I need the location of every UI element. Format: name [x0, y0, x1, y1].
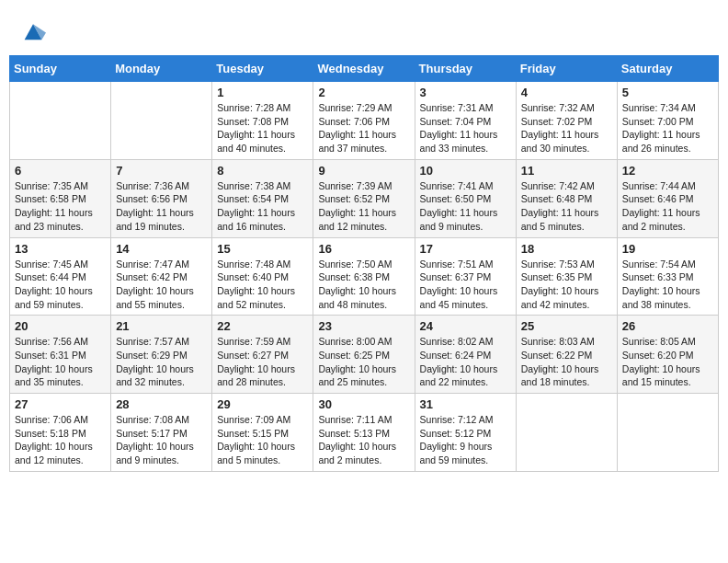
weekday-header: Wednesday: [313, 56, 415, 82]
calendar-day-cell: 8Sunrise: 7:38 AMSunset: 6:54 PMDaylight…: [212, 159, 313, 237]
day-info: Sunrise: 7:47 AMSunset: 6:42 PMDaylight:…: [116, 258, 207, 312]
day-number: 4: [521, 86, 612, 99]
day-number: 2: [318, 86, 409, 99]
calendar-week-row: 1Sunrise: 7:28 AMSunset: 7:08 PMDaylight…: [10, 82, 719, 160]
calendar-day-cell: 13Sunrise: 7:45 AMSunset: 6:44 PMDayligh…: [10, 237, 111, 316]
day-info: Sunrise: 7:35 AMSunset: 6:58 PMDaylight:…: [15, 179, 106, 234]
calendar-day-cell: 18Sunrise: 7:53 AMSunset: 6:35 PMDayligh…: [516, 237, 617, 316]
calendar-day-cell: 30Sunrise: 7:11 AMSunset: 5:13 PMDayligh…: [313, 394, 415, 472]
day-number: 28: [116, 397, 207, 411]
day-number: 13: [15, 242, 106, 256]
day-number: 14: [116, 242, 207, 256]
weekday-header: Saturday: [617, 56, 718, 82]
day-info: Sunrise: 7:06 AMSunset: 5:18 PMDaylight:…: [15, 413, 106, 467]
day-number: 23: [318, 319, 409, 333]
day-number: 27: [15, 397, 106, 411]
calendar-day-cell: 22Sunrise: 7:59 AMSunset: 6:27 PMDayligh…: [212, 316, 313, 394]
calendar-day-cell: 16Sunrise: 7:50 AMSunset: 6:38 PMDayligh…: [313, 237, 415, 316]
calendar-day-cell: 31Sunrise: 7:12 AMSunset: 5:12 PMDayligh…: [415, 394, 516, 472]
calendar-table: SundayMondayTuesdayWednesdayThursdayFrid…: [9, 55, 719, 472]
day-number: 11: [521, 164, 612, 178]
calendar-day-cell: 11Sunrise: 7:42 AMSunset: 6:48 PMDayligh…: [516, 159, 617, 237]
day-number: 10: [420, 164, 511, 178]
calendar-day-cell: 24Sunrise: 8:02 AMSunset: 6:24 PMDayligh…: [415, 316, 516, 394]
day-number: 26: [622, 319, 713, 333]
day-number: 18: [521, 242, 612, 256]
day-number: 6: [15, 164, 106, 178]
day-number: 12: [622, 164, 713, 178]
calendar-day-cell: 23Sunrise: 8:00 AMSunset: 6:25 PMDayligh…: [313, 316, 415, 394]
calendar-day-cell: 5Sunrise: 7:34 AMSunset: 7:00 PMDaylight…: [617, 82, 718, 160]
day-info: Sunrise: 7:34 AMSunset: 7:00 PMDaylight:…: [622, 101, 713, 155]
empty-cell: [111, 82, 212, 160]
calendar-week-row: 6Sunrise: 7:35 AMSunset: 6:58 PMDaylight…: [10, 159, 719, 237]
day-info: Sunrise: 7:42 AMSunset: 6:48 PMDaylight:…: [521, 179, 612, 234]
day-info: Sunrise: 7:08 AMSunset: 5:17 PMDaylight:…: [116, 413, 207, 467]
day-number: 7: [116, 164, 207, 178]
day-number: 16: [318, 242, 409, 256]
day-number: 20: [15, 319, 106, 333]
weekday-header-row: SundayMondayTuesdayWednesdayThursdayFrid…: [10, 56, 719, 82]
day-number: 8: [217, 164, 308, 178]
day-number: 25: [521, 319, 612, 333]
calendar-day-cell: 17Sunrise: 7:51 AMSunset: 6:37 PMDayligh…: [415, 237, 516, 316]
logo-icon: [20, 18, 46, 44]
day-info: Sunrise: 7:48 AMSunset: 6:40 PMDaylight:…: [217, 258, 308, 312]
calendar-day-cell: 19Sunrise: 7:54 AMSunset: 6:33 PMDayligh…: [617, 237, 718, 316]
day-info: Sunrise: 8:00 AMSunset: 6:25 PMDaylight:…: [318, 335, 409, 389]
weekday-header: Sunday: [10, 56, 111, 82]
day-info: Sunrise: 8:03 AMSunset: 6:22 PMDaylight:…: [521, 335, 612, 389]
calendar-day-cell: 7Sunrise: 7:36 AMSunset: 6:56 PMDaylight…: [111, 159, 212, 237]
day-number: 17: [420, 242, 511, 256]
weekday-header: Monday: [111, 56, 212, 82]
day-number: 21: [116, 319, 207, 333]
day-info: Sunrise: 7:57 AMSunset: 6:29 PMDaylight:…: [116, 335, 207, 389]
day-number: 30: [318, 397, 409, 411]
day-info: Sunrise: 7:39 AMSunset: 6:52 PMDaylight:…: [318, 179, 409, 234]
calendar-day-cell: 27Sunrise: 7:06 AMSunset: 5:18 PMDayligh…: [10, 394, 111, 472]
day-info: Sunrise: 7:11 AMSunset: 5:13 PMDaylight:…: [318, 413, 409, 467]
day-info: Sunrise: 8:02 AMSunset: 6:24 PMDaylight:…: [420, 335, 511, 389]
day-number: 1: [217, 86, 308, 99]
empty-cell: [617, 394, 718, 472]
day-number: 5: [622, 86, 713, 99]
weekday-header: Tuesday: [212, 56, 313, 82]
logo: [18, 18, 46, 48]
day-number: 24: [420, 319, 511, 333]
calendar-day-cell: 28Sunrise: 7:08 AMSunset: 5:17 PMDayligh…: [111, 394, 212, 472]
day-info: Sunrise: 7:59 AMSunset: 6:27 PMDaylight:…: [217, 335, 308, 389]
calendar-day-cell: 20Sunrise: 7:56 AMSunset: 6:31 PMDayligh…: [10, 316, 111, 394]
day-number: 15: [217, 242, 308, 256]
day-info: Sunrise: 7:32 AMSunset: 7:02 PMDaylight:…: [521, 101, 612, 155]
calendar-day-cell: 9Sunrise: 7:39 AMSunset: 6:52 PMDaylight…: [313, 159, 415, 237]
calendar-day-cell: 15Sunrise: 7:48 AMSunset: 6:40 PMDayligh…: [212, 237, 313, 316]
day-info: Sunrise: 7:53 AMSunset: 6:35 PMDaylight:…: [521, 258, 612, 312]
calendar-day-cell: 12Sunrise: 7:44 AMSunset: 6:46 PMDayligh…: [617, 159, 718, 237]
calendar-day-cell: 3Sunrise: 7:31 AMSunset: 7:04 PMDaylight…: [415, 82, 516, 160]
day-info: Sunrise: 7:28 AMSunset: 7:08 PMDaylight:…: [217, 101, 308, 155]
empty-cell: [516, 394, 617, 472]
calendar-day-cell: 26Sunrise: 8:05 AMSunset: 6:20 PMDayligh…: [617, 316, 718, 394]
weekday-header: Friday: [516, 56, 617, 82]
day-info: Sunrise: 7:45 AMSunset: 6:44 PMDaylight:…: [15, 258, 106, 312]
calendar-day-cell: 21Sunrise: 7:57 AMSunset: 6:29 PMDayligh…: [111, 316, 212, 394]
day-info: Sunrise: 7:50 AMSunset: 6:38 PMDaylight:…: [318, 258, 409, 312]
calendar-week-row: 20Sunrise: 7:56 AMSunset: 6:31 PMDayligh…: [10, 316, 719, 394]
day-number: 3: [420, 86, 511, 99]
day-number: 29: [217, 397, 308, 411]
calendar-day-cell: 2Sunrise: 7:29 AMSunset: 7:06 PMDaylight…: [313, 82, 415, 160]
day-number: 22: [217, 319, 308, 333]
day-info: Sunrise: 7:41 AMSunset: 6:50 PMDaylight:…: [420, 179, 511, 234]
calendar-day-cell: 6Sunrise: 7:35 AMSunset: 6:58 PMDaylight…: [10, 159, 111, 237]
calendar-day-cell: 29Sunrise: 7:09 AMSunset: 5:15 PMDayligh…: [212, 394, 313, 472]
day-number: 31: [420, 397, 511, 411]
day-info: Sunrise: 7:36 AMSunset: 6:56 PMDaylight:…: [116, 179, 207, 234]
day-info: Sunrise: 7:09 AMSunset: 5:15 PMDaylight:…: [217, 413, 308, 467]
calendar-day-cell: 10Sunrise: 7:41 AMSunset: 6:50 PMDayligh…: [415, 159, 516, 237]
calendar-week-row: 27Sunrise: 7:06 AMSunset: 5:18 PMDayligh…: [10, 394, 719, 472]
day-info: Sunrise: 7:38 AMSunset: 6:54 PMDaylight:…: [217, 179, 308, 234]
day-number: 19: [622, 242, 713, 256]
day-number: 9: [318, 164, 409, 178]
day-info: Sunrise: 8:05 AMSunset: 6:20 PMDaylight:…: [622, 335, 713, 389]
empty-cell: [10, 82, 111, 160]
